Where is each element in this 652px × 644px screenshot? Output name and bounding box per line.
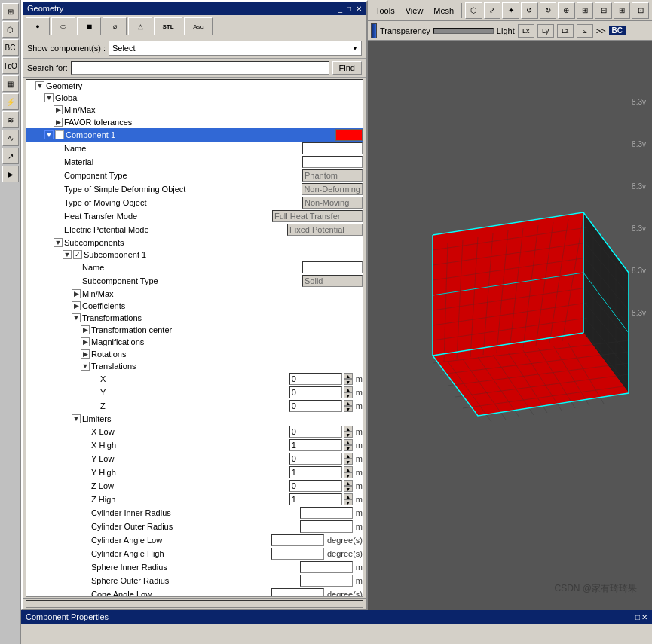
- tree-item-cyl-outer[interactable]: Cylinder Outer Radius m: [26, 520, 363, 533]
- shape-box-btn[interactable]: ◼: [77, 17, 101, 35]
- tree-item-x-low[interactable]: X Low ▲ ▼ m: [26, 425, 363, 438]
- sidebar-icon-8[interactable]: ∿: [2, 130, 19, 146]
- tree-item-magnifications[interactable]: ▶ Magnifications: [26, 336, 363, 348]
- z-high-input[interactable]: [289, 493, 342, 505]
- magnifications-expander[interactable]: ▶: [81, 337, 90, 346]
- x-low-spin-up[interactable]: ▲: [344, 426, 353, 432]
- coefficients-expander[interactable]: ▶: [72, 301, 81, 310]
- tree-item-cyl-angle-high[interactable]: Cylinder Angle High degree(s): [26, 547, 363, 560]
- tools-menu[interactable]: Tools: [371, 5, 399, 17]
- transformation-center-expander[interactable]: ▶: [81, 325, 90, 334]
- z-spin-down[interactable]: ▼: [344, 406, 353, 412]
- view-menu[interactable]: View: [401, 5, 428, 17]
- favor-expander[interactable]: ▶: [54, 118, 63, 127]
- view-btn-8[interactable]: ⊟: [595, 2, 612, 19]
- y-low-spinbox[interactable]: ▲ ▼: [344, 453, 353, 465]
- tree-item-sub-minmax[interactable]: ▶ Min/Max: [26, 288, 363, 300]
- rotations-expander[interactable]: ▶: [81, 349, 90, 359]
- view-btn-3[interactable]: ✦: [502, 2, 519, 19]
- tree-item-global[interactable]: ▼ Global: [26, 92, 363, 104]
- tree-item-transformation-center[interactable]: ▶ Transformation center: [26, 324, 363, 336]
- axis-x-btn[interactable]: Lx: [518, 24, 534, 38]
- sidebar-icon-2[interactable]: ⬡: [2, 21, 19, 38]
- tree-item-y-translation[interactable]: Y ▲ ▼ m: [26, 386, 363, 399]
- view-btn-10[interactable]: ⊡: [632, 2, 649, 19]
- cyl-outer-input[interactable]: [300, 520, 353, 533]
- transparency-slider[interactable]: [433, 28, 494, 34]
- viewport-3d[interactable]: 8.3v 8.3v 8.3v 8.3v 8.3v 8.3v: [368, 41, 652, 610]
- y-high-spinbox[interactable]: ▲ ▼: [344, 466, 353, 478]
- y-high-spin-down[interactable]: ▼: [344, 472, 353, 478]
- tree-item-sub-name[interactable]: Name: [26, 261, 363, 274]
- tree-item-subcomponents[interactable]: ▼ Subcomponents: [26, 237, 363, 249]
- tree-item-favor[interactable]: ▶ FAVOR tolerances: [26, 116, 363, 128]
- bc-badge[interactable]: BC: [609, 26, 626, 35]
- tree-item-sphere-inner[interactable]: Sphere Inner Radius m: [26, 560, 363, 574]
- cone-angle-low-input[interactable]: [271, 588, 324, 597]
- tree-item-geometry[interactable]: ▼ Geometry: [26, 80, 363, 92]
- shape-sphere-btn[interactable]: ●: [26, 17, 50, 35]
- tree-item-moving-object[interactable]: Type of Moving Object Non-Moving: [26, 196, 363, 209]
- view-btn-1[interactable]: ⬡: [465, 2, 482, 19]
- x-low-input[interactable]: [289, 426, 342, 438]
- bottom-minimize-btn[interactable]: _: [629, 613, 634, 621]
- tree-item-simple-deforming[interactable]: Type of Simple Deforming Object Non-Defo…: [26, 182, 363, 196]
- restore-btn[interactable]: □: [347, 5, 351, 13]
- x-high-input[interactable]: [289, 439, 342, 451]
- sphere-outer-input[interactable]: [300, 575, 353, 587]
- tree-item-translations[interactable]: ▼ Translations: [26, 360, 363, 372]
- z-translation-input[interactable]: [289, 400, 342, 412]
- y-low-input[interactable]: [289, 453, 342, 465]
- tree-item-minmax[interactable]: ▶ Min/Max: [26, 104, 363, 116]
- shape-stl-btn shape-btn-wide[interactable]: STL: [154, 17, 182, 35]
- sidebar-icon-7[interactable]: ≋: [2, 111, 19, 128]
- tree-item-z-high[interactable]: Z High ▲ ▼ m: [26, 493, 363, 506]
- tree-item-z-low[interactable]: Z Low ▲ ▼ m: [26, 479, 363, 493]
- y-spin-up[interactable]: ▲: [344, 386, 353, 392]
- y-high-input[interactable]: [289, 466, 342, 478]
- x-spin-up[interactable]: ▲: [344, 373, 353, 379]
- z-low-input[interactable]: [289, 480, 342, 492]
- translations-expander[interactable]: ▼: [81, 362, 90, 371]
- view-btn-6[interactable]: ⊕: [558, 2, 575, 19]
- show-component-select[interactable]: Select ▼: [109, 41, 362, 56]
- tree-item-cone-angle-low[interactable]: Cone Angle Low degree(s): [26, 588, 363, 597]
- bottom-restore-btn[interactable]: □: [635, 613, 640, 621]
- x-high-spin-up[interactable]: ▲: [344, 439, 353, 445]
- tree-item-y-low[interactable]: Y Low ▲ ▼ m: [26, 452, 363, 465]
- view-btn-9[interactable]: ⊞: [614, 2, 631, 19]
- x-spin-down[interactable]: ▼: [344, 379, 353, 385]
- subcomponent1-checkbox[interactable]: ✓: [73, 250, 82, 259]
- y-spinbox[interactable]: ▲ ▼: [344, 386, 353, 398]
- axis-z-btn[interactable]: Lz: [557, 24, 574, 38]
- minmax-expander[interactable]: ▶: [54, 105, 63, 114]
- component1-color-swatch[interactable]: [335, 129, 363, 141]
- sub-name-input[interactable]: [302, 261, 363, 273]
- component1-expander[interactable]: ▼: [44, 130, 54, 139]
- sidebar-icon-1[interactable]: ⊞: [2, 3, 19, 20]
- view-btn-5[interactable]: ↻: [540, 2, 557, 19]
- tree-item-x-translation[interactable]: X ▲ ▼ m: [26, 372, 363, 386]
- bottom-close-btn[interactable]: ✕: [641, 613, 647, 621]
- axis-y-btn[interactable]: Ly: [537, 24, 554, 38]
- z-spin-up[interactable]: ▲: [344, 400, 353, 406]
- shape-cone-btn[interactable]: △: [128, 17, 152, 35]
- y-spin-down[interactable]: ▼: [344, 392, 353, 398]
- tree-item-coefficients[interactable]: ▶ Coefficients: [26, 300, 363, 312]
- sidebar-icon-9[interactable]: ↗: [2, 148, 19, 164]
- transformations-expander[interactable]: ▼: [72, 313, 81, 322]
- shape-ellipse-btn[interactable]: ⬭: [51, 17, 75, 35]
- y-low-spin-up[interactable]: ▲: [344, 453, 353, 459]
- cyl-inner-input[interactable]: [300, 507, 353, 519]
- more-options[interactable]: >>: [596, 26, 606, 35]
- sidebar-icon-3[interactable]: BC: [2, 39, 19, 56]
- search-input[interactable]: [71, 61, 329, 75]
- tree-item-electric-potential[interactable]: Electric Potential Mode Fixed Potential: [26, 223, 363, 237]
- x-high-spinbox[interactable]: ▲ ▼: [344, 439, 353, 451]
- tree-item-component-type[interactable]: Component Type Phantom: [26, 169, 363, 182]
- sub-minmax-expander[interactable]: ▶: [72, 289, 81, 298]
- z-spinbox[interactable]: ▲ ▼: [344, 400, 353, 412]
- global-expander[interactable]: ▼: [44, 93, 54, 102]
- tree-item-sphere-outer[interactable]: Sphere Outer Radius m: [26, 574, 363, 588]
- tree-area[interactable]: ▼ Geometry ▼ Global ▶ Min/Max: [26, 79, 363, 597]
